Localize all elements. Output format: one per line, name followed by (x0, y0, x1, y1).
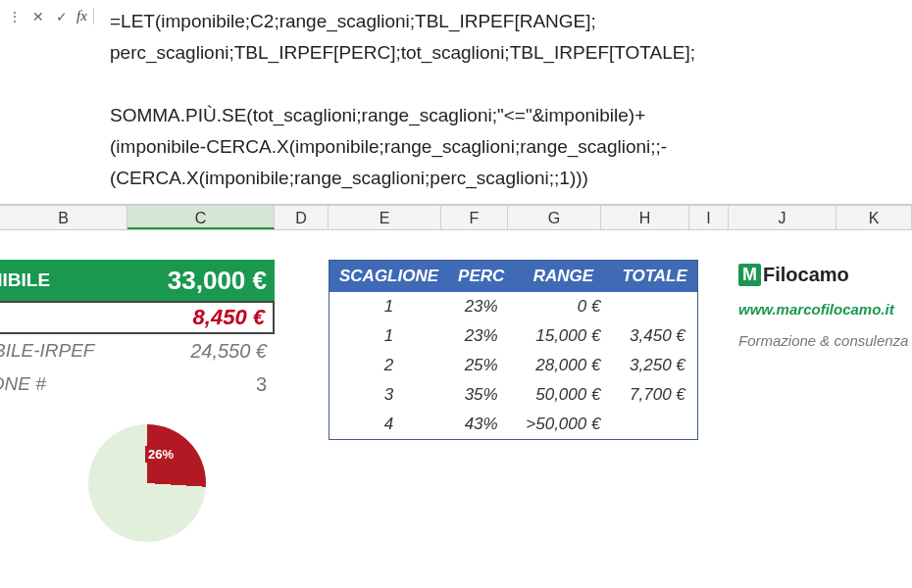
col-header-G[interactable]: G (508, 206, 601, 229)
label-scaglione: LIONE # (0, 373, 127, 395)
col-header-H[interactable]: H (601, 206, 689, 229)
col-header-I[interactable]: I (689, 206, 729, 229)
table-header-row: SCAGLIONE PERC RANGE TOTALE (329, 261, 698, 293)
label-net: NIBILE-IRPEF (0, 340, 127, 362)
cell-range: >50,000 € (514, 410, 612, 439)
th-range[interactable]: RANGE (514, 261, 612, 293)
table-row[interactable]: 4 43% >50,000 € (329, 410, 698, 439)
cell-scaglione: 2 (329, 351, 449, 380)
cell-totale (612, 292, 697, 321)
cell-range: 28,000 € (514, 351, 612, 380)
table-row[interactable]: 2 25% 28,000 € 3,250 € (329, 351, 698, 380)
cell-totale (612, 410, 697, 439)
cell-perc: 43% (448, 410, 514, 439)
cell-perc: 23% (448, 292, 514, 321)
brand-logo: M Filocamo (738, 264, 849, 286)
options-handle-icon[interactable]: ⋮ (6, 9, 24, 24)
pie-percent-label: 26% (145, 446, 177, 463)
cancel-icon[interactable]: ✕ (29, 9, 47, 24)
col-header-J[interactable]: J (729, 206, 836, 229)
cell-range: 0 € (514, 292, 612, 321)
column-headers: B C D E F G H I J K (0, 205, 912, 230)
formula-bar: ⋮ ✕ ✓ fx =LET(imponibile;C2;range_scagli… (0, 0, 912, 205)
label-imponibile: ONIBILE (0, 270, 127, 291)
th-scaglione[interactable]: SCAGLIONE (329, 261, 449, 293)
col-header-E[interactable]: E (329, 206, 441, 229)
table-row[interactable]: 3 35% 50,000 € 7,700 € (329, 380, 698, 410)
cell-scaglione: 1 (329, 292, 449, 321)
th-totale[interactable]: TOTALE (612, 261, 697, 293)
cell-perc: 25% (448, 351, 514, 380)
row-net[interactable]: NIBILE-IRPEF 24,550 € (0, 334, 275, 368)
th-perc[interactable]: PERC (448, 261, 514, 293)
cell-scaglione: 3 (329, 380, 449, 410)
value-imponibile: 33,000 € (127, 266, 275, 296)
cell-totale: 3,250 € (612, 351, 697, 380)
accept-icon[interactable]: ✓ (53, 9, 71, 24)
cell-range: 15,000 € (514, 321, 612, 351)
col-header-F[interactable]: F (441, 206, 508, 229)
fx-icon[interactable]: fx (76, 8, 94, 24)
sheet-area: ONIBILE 33,000 € F 8,450 € NIBILE-IRPEF … (0, 230, 912, 256)
col-header-D[interactable]: D (275, 206, 329, 229)
summary-block: ONIBILE 33,000 € F 8,450 € NIBILE-IRPEF … (0, 260, 275, 401)
col-header-B[interactable]: B (0, 206, 127, 229)
brand-url-link[interactable]: www.marcofilocamo.it (738, 301, 894, 318)
brand-m-icon: M (738, 264, 761, 286)
irpef-table: SCAGLIONE PERC RANGE TOTALE 1 23% 0 € 1 … (329, 260, 698, 440)
col-header-K[interactable]: K (836, 206, 912, 229)
table-row[interactable]: 1 23% 0 € (329, 292, 698, 321)
cell-totale: 7,700 € (612, 380, 697, 410)
label-irpef: F (0, 307, 126, 329)
value-net: 24,550 € (127, 340, 275, 363)
formula-bar-controls: ⋮ ✕ ✓ fx (0, 0, 100, 24)
cell-range: 50,000 € (514, 380, 612, 410)
cell-perc: 35% (448, 380, 514, 410)
cell-scaglione: 4 (329, 410, 449, 439)
value-irpef: 8,450 € (126, 305, 273, 330)
row-scaglione[interactable]: LIONE # 3 (0, 368, 275, 401)
brand-tagline: Formazione & consulenza (738, 332, 908, 349)
col-header-C[interactable]: C (127, 206, 275, 229)
brand-name: Filocamo (763, 264, 849, 286)
cell-scaglione: 1 (329, 321, 449, 351)
value-scaglione: 3 (127, 373, 275, 396)
cell-perc: 23% (448, 321, 514, 351)
irpef-pie-chart: 26% (88, 424, 206, 542)
formula-input[interactable]: =LET(imponibile;C2;range_scaglioni;TBL_I… (100, 0, 912, 204)
table-row[interactable]: 1 23% 15,000 € 3,450 € (329, 321, 698, 351)
cell-totale: 3,450 € (612, 321, 697, 351)
row-irpef[interactable]: F 8,450 € (0, 301, 275, 334)
row-imponibile[interactable]: ONIBILE 33,000 € (0, 260, 275, 301)
